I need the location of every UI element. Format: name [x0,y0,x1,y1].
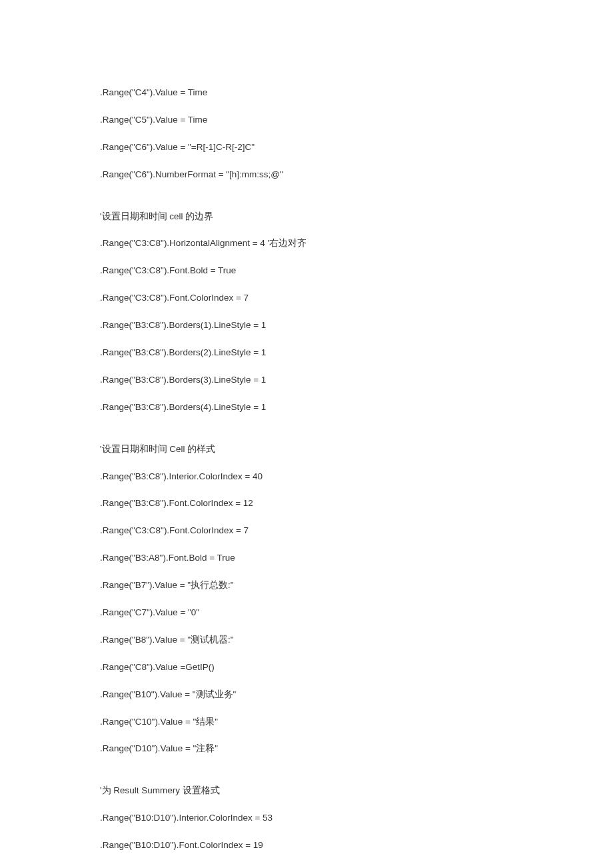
code-line: .Range("C10").Value = "结果" [100,716,613,729]
code-line: .Range("B7").Value = "执行总数:" [100,579,613,592]
code-line: .Range("C6").NumberFormat = "[h]:mm:ss;@… [100,169,613,181]
code-line: .Range("B3:A8").Font.Bold = True [100,552,613,565]
code-block: .Range("C4").Value = Time .Range("C5").V… [100,87,613,868]
code-line: .Range("B8").Value = "测试机器:" [100,634,613,647]
code-line: .Range("C3:C8").Font.Bold = True [100,265,613,277]
blank-line [100,429,613,443]
code-comment: '为 Result Summery 设置格式 [100,785,613,797]
code-line: .Range("C8").Value =GetIP() [100,661,613,674]
code-line: .Range("B10").Value = "测试业务" [100,689,613,701]
blank-line [100,770,613,785]
code-line: .Range("C4").Value = Time [100,87,613,99]
code-comment: '设置日期和时间 Cell 的样式 [100,443,613,456]
code-line: .Range("B3:C8").Borders(2).LineStyle = 1 [100,347,613,359]
code-line: .Range("B3:C8").Borders(3).LineStyle = 1 [100,374,613,387]
blank-line [100,196,613,211]
code-line: .Range("B3:C8").Interior.ColorIndex = 40 [100,471,613,483]
code-line: .Range("B3:C8").Font.ColorIndex = 12 [100,497,613,510]
code-line: .Range("C3:C8").Font.ColorIndex = 7 [100,292,613,305]
code-line: .Range("B3:C8").Borders(1).LineStyle = 1 [100,319,613,332]
code-line: .Range("B10:D10").Interior.ColorIndex = … [100,812,613,825]
code-line: .Range("C3:C8").HorizontalAlignment = 4 … [100,237,613,250]
code-line: .Range("B3:C8").Borders(4).LineStyle = 1 [100,401,613,414]
code-line: .Range("C3:C8").Font.ColorIndex = 7 [100,525,613,537]
code-line: .Range("C6").Value = "=R[-1]C-R[-2]C" [100,141,613,154]
code-line: .Range("C5").Value = Time [100,114,613,127]
code-line: .Range("B10:D10").Font.ColorIndex = 19 [100,839,613,852]
code-comment: '设置日期和时间 cell 的边界 [100,211,613,223]
code-line: .Range("D10").Value = "注释" [100,743,613,755]
code-line: .Range("C7").Value = "0" [100,607,613,619]
